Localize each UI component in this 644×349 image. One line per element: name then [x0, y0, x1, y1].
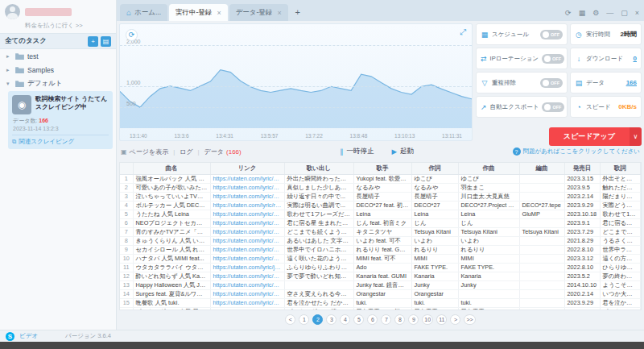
sidebar-folder-samples[interactable]: ▸ Samples [0, 63, 116, 77]
task-card[interactable]: ◉ 歌詞検索サイト うたてんスクレイピング中 データ数: 166 2023-11… [8, 91, 113, 149]
lyrics-cell: 世界中ラリルレロ... [600, 245, 641, 254]
download-value[interactable]: 0 [634, 55, 637, 62]
link-cell[interactable]: https://utaten.com/lyric/mi2... [210, 280, 284, 289]
song-title-cell: 酔いどれ知らず 人気 Kanar... [133, 272, 210, 280]
skype-icon[interactable]: S [6, 332, 14, 341]
dedup-label: 重複排除 [492, 79, 516, 87]
clock-icon: ◷ [575, 31, 583, 39]
apps-icon[interactable]: ▦ [579, 9, 586, 17]
table-row[interactable]: 1強風オールバック 人気 Yuk...https://utaten.com/ly… [120, 174, 641, 183]
close-button[interactable]: × [635, 9, 639, 17]
page-8[interactable]: 8 [394, 314, 405, 325]
column-header: 歌詞 [600, 163, 641, 174]
link-cell[interactable]: https://utaten.com/lyric/mi2... [210, 289, 284, 298]
link-cell[interactable]: https://utaten.com/lyric/ri231... [210, 201, 284, 210]
release-date-cell: 2023.7.29 [564, 227, 600, 236]
folder-icon [15, 66, 24, 73]
refresh-button[interactable]: ⟳ [126, 29, 138, 41]
table-row[interactable]: 9セカイシロール 人気 れる...https://utaten.com/lyri… [120, 245, 641, 254]
new-tab-button[interactable]: + [291, 6, 304, 19]
link-cell[interactable]: https://utaten.com/lyric/mi2... [210, 298, 284, 307]
page-11[interactable]: 11 [436, 314, 447, 325]
table-row[interactable]: 3泣いちゃっていいよTVアニメ「葬...https://utaten.com/l… [120, 192, 641, 201]
y-axis-tick-label: 500 [126, 101, 136, 106]
lyrics-cell: 君を泣かせてしまった... [600, 298, 641, 307]
pay-link[interactable]: 料金を払うに行く >> [0, 21, 116, 33]
link-cell[interactable]: https://utaten.com/lyric/mi23... [210, 192, 284, 201]
table-row[interactable]: 4ボルテッカー 人気 DECO*2...https://utaten.com/l… [120, 201, 641, 210]
link-cell[interactable]: https://utaten.com/lyric/mi2... [210, 272, 284, 280]
grid-line [120, 86, 472, 87]
data-tab[interactable]: データ (166) [204, 147, 242, 156]
link-cell[interactable]: https://utaten.com/lyric/ciqta3... [210, 227, 284, 236]
table-row[interactable]: 15晩餐歌 人気 tuki.https://utaten.com/lyric/m… [120, 298, 641, 307]
link-cell[interactable]: https://utaten.com/lyric/jty9a... [210, 263, 284, 272]
tab-home[interactable]: ⌂ ホーム... [120, 4, 167, 21]
avatar[interactable] [5, 4, 20, 19]
table-row[interactable]: 13Happy Halloween 人気 Jun...https://utate… [120, 280, 641, 289]
gear-icon[interactable]: ⚙ [592, 9, 599, 17]
link-cell[interactable]: https://utaten.com/lyric/mi2... [210, 210, 284, 218]
table-row[interactable]: 6NEOプロジェクトセカイ&#...https://utaten.com/lyr… [120, 218, 641, 227]
log-tab[interactable]: ログ [180, 147, 192, 156]
autoexport-toggle[interactable]: OFF [542, 102, 564, 112]
minimize-button[interactable]: — [606, 9, 613, 17]
add-task-icon[interactable]: + [88, 36, 98, 47]
page-7[interactable]: 7 [381, 314, 391, 325]
link-cell[interactable]: https://utaten.com/lyric/mi23... [210, 183, 284, 192]
related-scraping-link[interactable]: ⧉ 関連スクレイピング [12, 135, 109, 146]
page-10[interactable]: 10 [422, 314, 433, 325]
start-button[interactable]: ▶ 起動 [391, 147, 414, 156]
dedup-toggle[interactable]: OFF [540, 78, 563, 88]
pause-button[interactable]: ∥ 一時停止 [340, 147, 374, 156]
page-2[interactable]: 2 [312, 314, 323, 325]
page-3[interactable]: 3 [326, 314, 336, 325]
release-date-cell: 2014.10.10 [564, 280, 600, 289]
app-window: 料金を払うに行く >> 全てのタスク + ▤ ▸ test ▸ Samples … [0, 0, 644, 349]
table-row[interactable]: 2可愛いあの子が歌いみたな...https://utaten.com/lyric… [120, 183, 641, 192]
column-header: リンク [210, 163, 284, 174]
table-row[interactable]: 16ブリキノダンス 人気 日向電...https://utaten.com/ly… [120, 307, 641, 310]
ip-rotation-toggle[interactable]: OFF [542, 54, 564, 64]
tab-data[interactable]: データ-登録 × [229, 4, 288, 21]
table-row[interactable]: 10ハナタバ 人気 MIMI feat...https://utaten.com… [120, 254, 641, 263]
sidebar-folder-default[interactable]: ▾ デフォルト [0, 77, 116, 90]
expand-button[interactable]: ⤢ [460, 27, 466, 37]
page-1[interactable]: 1 [299, 314, 309, 325]
table-row[interactable]: 14Surges feat. 夏背&ルワン...https://utaten.c… [120, 289, 641, 298]
page-4[interactable]: 4 [340, 314, 350, 325]
refresh-icon[interactable]: ⟳ [565, 9, 572, 17]
video-link[interactable]: ビデオ [19, 332, 38, 340]
close-icon[interactable]: × [277, 9, 281, 17]
composer-cell: Junky [458, 280, 519, 289]
list-view-icon[interactable]: ▤ [101, 36, 111, 47]
sidebar-folder-test[interactable]: ▸ test [0, 49, 116, 63]
link-cell[interactable]: https://utaten.com/lyric/mi16... [210, 307, 284, 310]
table-row[interactable]: 12酔いどれ知らず 人気 Kanar...https://utaten.com/… [120, 272, 641, 280]
table-row[interactable]: 5うたたね 人気 Leinahttps://utaten.com/lyric/m… [120, 210, 641, 218]
tab-running[interactable]: 実行中-登録 × [169, 4, 228, 21]
data-count-value[interactable]: 166 [626, 79, 637, 86]
page-6[interactable]: 6 [367, 314, 378, 325]
close-icon[interactable]: × [217, 9, 221, 17]
page-prev[interactable]: < [285, 314, 295, 325]
page-last[interactable]: >> [464, 314, 475, 325]
table-row[interactable]: 11ウタカタララバイ ウタカタR...https://utaten.com/ly… [120, 263, 641, 272]
lyricist-cell: じん [411, 218, 458, 227]
page-next[interactable]: > [450, 314, 460, 325]
view-page-tab[interactable]: ▣ ページを表示 [121, 147, 168, 156]
table-row[interactable]: 8きゅうくらりん 人気 いよわ...https://utaten.com/lyr… [120, 236, 641, 245]
table-row[interactable]: 7青のすみかTVアニメ「呪...https://utaten.com/lyric… [120, 227, 641, 236]
help-link[interactable]: ? 問題があればここをクリックしてください [513, 147, 641, 156]
link-cell[interactable]: https://utaten.com/lyric/mi23... [210, 236, 284, 245]
link-cell[interactable]: https://utaten.com/lyric/mi29... [210, 254, 284, 263]
link-cell[interactable]: https://utaten.com/lyric/mi23... [210, 174, 284, 183]
page-9[interactable]: 9 [408, 314, 419, 325]
schedule-toggle[interactable]: OFF [540, 30, 563, 39]
link-cell[interactable]: https://utaten.com/lyric/mi2... [210, 218, 284, 227]
schedule-label: スケジュール [492, 31, 529, 39]
row-number: 12 [120, 272, 133, 280]
maximize-button[interactable]: ▢ [621, 9, 628, 17]
page-5[interactable]: 5 [353, 314, 364, 325]
link-cell[interactable]: https://utaten.com/lyric/mi2... [210, 245, 284, 254]
